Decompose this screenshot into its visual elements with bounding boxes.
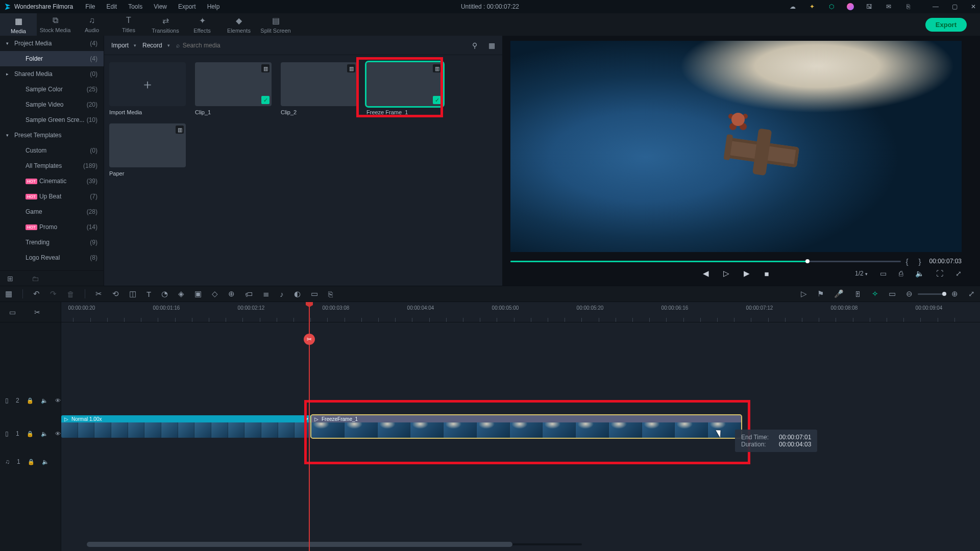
tree-item[interactable]: Sample Video(20) bbox=[0, 97, 104, 112]
tree-item[interactable]: Folder(4) bbox=[0, 51, 104, 66]
tree-item[interactable]: All Templates(189) bbox=[0, 158, 104, 173]
split-icon[interactable]: ✂ bbox=[95, 289, 102, 298]
open-folder-icon[interactable]: 🗀 bbox=[32, 274, 39, 283]
zoom-slider[interactable] bbox=[918, 293, 946, 295]
window-minimize-icon[interactable] bbox=[933, 3, 939, 10]
magnet-ai-icon[interactable]: ✧ bbox=[872, 289, 878, 298]
media-freeze-frame[interactable]: ▥✓ Freeze Frame_1 bbox=[366, 62, 443, 115]
mic-icon[interactable]: 🎤 bbox=[834, 289, 844, 298]
zoom-fit-icon[interactable]: ⤢ bbox=[968, 289, 975, 298]
preview-canvas[interactable] bbox=[510, 41, 962, 252]
snapshot-icon[interactable]: ⎙ bbox=[899, 269, 903, 278]
tl-layout-icon[interactable]: ▦ bbox=[5, 289, 12, 298]
audio-icon[interactable]: 🔈 bbox=[915, 269, 924, 278]
tree-item[interactable]: Game(28) bbox=[0, 204, 104, 219]
media-paper[interactable]: ▥ Paper bbox=[109, 123, 186, 177]
view-grid-icon[interactable]: ▦ bbox=[488, 41, 495, 49]
account-avatar-icon[interactable] bbox=[847, 3, 854, 10]
redo-icon[interactable]: ↷ bbox=[50, 289, 57, 298]
adjust-icon[interactable]: ≣ bbox=[263, 289, 270, 298]
updates-icon[interactable] bbox=[904, 3, 912, 11]
timeline-h-scrollbar[interactable] bbox=[87, 542, 582, 547]
tree-item[interactable]: Logo Reveal(8) bbox=[0, 250, 104, 265]
motion-icon[interactable]: ⊕ bbox=[228, 289, 235, 298]
preview-scrubber[interactable]: { } 00:00:07:03 bbox=[510, 257, 962, 265]
media-clip-2[interactable]: ▥ Clip_2 bbox=[281, 62, 357, 115]
tree-item[interactable]: HOTCinematic(39) bbox=[0, 173, 104, 189]
cloud-icon[interactable] bbox=[789, 3, 797, 11]
track-header-v1[interactable]: ▯1 bbox=[0, 424, 61, 443]
speed-icon[interactable]: ◔ bbox=[161, 289, 168, 298]
menu-export[interactable]: Export bbox=[178, 3, 196, 10]
tree-item[interactable]: ▾Preset Templates bbox=[0, 128, 104, 143]
track-header-v2[interactable]: ▯2 bbox=[0, 391, 61, 410]
tab-stock-media[interactable]: ⧉Stock Media bbox=[37, 13, 74, 36]
menu-view[interactable]: View bbox=[154, 3, 167, 10]
media-clip-1[interactable]: ▥✓ Clip_1 bbox=[195, 62, 272, 115]
marker-icon[interactable]: ⚑ bbox=[817, 289, 824, 298]
tab-transitions[interactable]: ⇄Transitions bbox=[147, 13, 184, 36]
filter-icon[interactable]: ⚲ bbox=[472, 41, 477, 49]
preview-quality[interactable]: 1/2 ▾ bbox=[855, 270, 868, 277]
fullscreen-icon[interactable]: ⤢ bbox=[955, 269, 962, 278]
export-button[interactable]: Export bbox=[925, 18, 967, 32]
save-icon[interactable] bbox=[865, 3, 873, 11]
tree-item[interactable]: Sample Color(25) bbox=[0, 82, 104, 97]
play-backward-button[interactable]: ▷ bbox=[723, 269, 729, 278]
tab-split-screen[interactable]: ▤Split Screen bbox=[257, 13, 294, 36]
settings-small-icon[interactable]: ⛶ bbox=[936, 269, 943, 278]
window-close-icon[interactable] bbox=[971, 3, 976, 10]
chevron-down-icon[interactable]: ▾ bbox=[306, 416, 308, 421]
keyframe-icon[interactable]: ◇ bbox=[212, 289, 218, 298]
render-icon[interactable]: ▭ bbox=[311, 289, 318, 298]
store-icon[interactable] bbox=[827, 3, 836, 11]
tag-icon[interactable]: 🏷 bbox=[245, 290, 253, 298]
timeline-clip-freeze[interactable]: ▷FreezeFrame_1 bbox=[311, 415, 741, 438]
menu-edit[interactable]: Edit bbox=[107, 3, 117, 10]
tree-item[interactable]: ▸Shared Media(0) bbox=[0, 66, 104, 82]
tab-media[interactable]: ▦Media bbox=[0, 13, 37, 36]
green-screen-icon[interactable]: ◐ bbox=[294, 289, 301, 298]
play-button[interactable]: ▶ bbox=[744, 269, 750, 278]
tab-effects[interactable]: ✦Effects bbox=[184, 13, 220, 36]
tab-audio[interactable]: ♫Audio bbox=[74, 13, 110, 36]
import-dropdown[interactable]: Import▾ bbox=[111, 40, 136, 51]
import-media-tile[interactable]: ＋ Import Media bbox=[109, 62, 186, 115]
new-bin-icon[interactable]: ⊞ bbox=[7, 274, 13, 283]
timeline-blade-icon[interactable]: ✂ bbox=[34, 308, 40, 316]
stop-button[interactable]: ■ bbox=[764, 269, 769, 278]
timeline-clip-normal[interactable]: ▷Normal 1.00x▾ bbox=[61, 415, 311, 438]
caption-icon[interactable]: ▭ bbox=[889, 289, 896, 298]
mark-in-icon[interactable]: { bbox=[906, 257, 909, 266]
prev-frame-button[interactable]: ◀ bbox=[703, 269, 709, 278]
menu-file[interactable]: File bbox=[85, 3, 95, 10]
menu-help[interactable]: Help bbox=[207, 3, 220, 10]
search-input[interactable] bbox=[183, 42, 461, 49]
tab-titles[interactable]: TTitles bbox=[110, 13, 147, 36]
display-mode-icon[interactable]: ▭ bbox=[880, 269, 887, 278]
zoom-in-icon[interactable]: ⊕ bbox=[951, 289, 958, 298]
track-header-a1[interactable]: ♫1 bbox=[0, 453, 61, 471]
crop-icon[interactable]: ◫ bbox=[129, 289, 136, 298]
timeline-ruler[interactable]: 00:00:00:2000:00:01:1600:00:02:1200:00:0… bbox=[61, 302, 980, 322]
audio-tool-icon[interactable]: ♪ bbox=[280, 290, 284, 298]
window-maximize-icon[interactable] bbox=[952, 3, 958, 10]
mixer-icon[interactable]: 🎚 bbox=[854, 290, 862, 298]
tl-play-icon[interactable]: ▷ bbox=[801, 289, 807, 298]
tree-item[interactable]: HOTPromo(14) bbox=[0, 219, 104, 235]
mask-icon[interactable]: ▣ bbox=[194, 289, 202, 298]
tree-item[interactable]: Sample Green Scre...(10) bbox=[0, 112, 104, 128]
menu-tools[interactable]: Tools bbox=[128, 3, 142, 10]
ripple-icon[interactable]: ⟲ bbox=[112, 289, 119, 298]
tree-item[interactable]: ▾Project Media(4) bbox=[0, 36, 104, 51]
tree-item[interactable]: Instagram Story(8) bbox=[0, 265, 104, 270]
zoom-out-icon[interactable]: ⊖ bbox=[906, 289, 913, 298]
playhead-scissor-icon[interactable]: ✂ bbox=[304, 334, 315, 345]
delete-icon[interactable]: 🗑 bbox=[67, 290, 75, 298]
playhead[interactable]: ✂ bbox=[309, 302, 310, 551]
ai-icon[interactable] bbox=[808, 3, 816, 11]
export-clip-icon[interactable]: ⎘ bbox=[328, 290, 333, 298]
tree-item[interactable]: Custom(0) bbox=[0, 143, 104, 158]
tree-item[interactable]: Trending(9) bbox=[0, 235, 104, 250]
message-icon[interactable] bbox=[885, 3, 893, 11]
